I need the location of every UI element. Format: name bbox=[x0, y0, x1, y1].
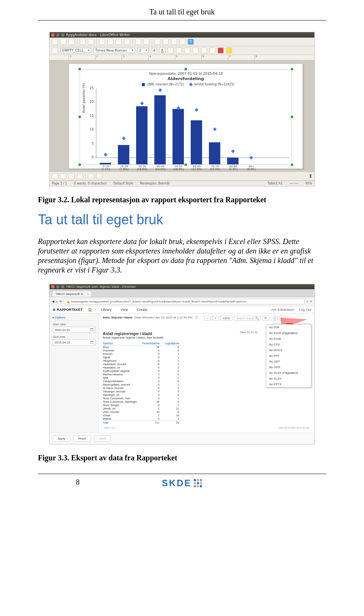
minimize-icon[interactable] bbox=[56, 285, 60, 288]
cut-icon[interactable] bbox=[99, 39, 105, 45]
resize-handle-icon[interactable] bbox=[78, 164, 81, 166]
highlight-icon[interactable] bbox=[226, 47, 232, 54]
slutt-date-input[interactable]: 2015-04-15 🗔 bbox=[53, 339, 96, 345]
export-menu-item[interactable]: As ODT bbox=[266, 359, 311, 364]
url-input[interactable]: 🔒 helseregister.no/rapporteket_prod/flow… bbox=[64, 299, 304, 304]
paste-icon[interactable] bbox=[116, 39, 122, 45]
borders-icon[interactable] bbox=[88, 173, 94, 179]
align-left-icon[interactable] bbox=[168, 47, 174, 54]
close-icon[interactable] bbox=[51, 33, 55, 37]
window-titlebar[interactable]: TIBCO Jaspersoft: Adm. Skjema i kladd - … bbox=[50, 284, 314, 289]
nav-create[interactable]: Create bbox=[137, 308, 147, 312]
export-menu-item[interactable]: As CSV bbox=[266, 342, 311, 347]
export-menu-item[interactable]: As RTF bbox=[266, 353, 311, 359]
resize-handle-icon[interactable] bbox=[78, 68, 81, 70]
minimize-icon[interactable] bbox=[56, 33, 60, 37]
resize-handle-icon[interactable] bbox=[291, 164, 293, 166]
col-legeskjema[interactable]: Legeskjema bbox=[165, 342, 184, 345]
resize-handle-icon[interactable] bbox=[78, 116, 81, 118]
preview-icon[interactable] bbox=[88, 39, 94, 45]
align-center-icon[interactable] bbox=[176, 47, 182, 54]
save-button[interactable]: Save bbox=[94, 435, 111, 442]
nav-fwd-icon[interactable]: ▶ bbox=[56, 300, 58, 303]
export-menu-item[interactable]: As XLSX (Paginated) bbox=[266, 370, 311, 376]
chart-icon[interactable] bbox=[163, 39, 169, 45]
zoom-in-button[interactable]: + bbox=[212, 316, 219, 321]
resize-handle-icon[interactable] bbox=[185, 68, 187, 70]
align-right-icon[interactable] bbox=[184, 47, 190, 54]
merge-icon[interactable] bbox=[69, 173, 75, 179]
search-icon[interactable]: 🔍 bbox=[255, 317, 259, 320]
reset-button[interactable]: Reset bbox=[73, 435, 91, 442]
nav-library[interactable]: Library bbox=[101, 308, 112, 312]
export-menu-item[interactable]: As XLSX bbox=[266, 376, 311, 381]
styles-icon[interactable] bbox=[52, 47, 58, 54]
brush-icon[interactable] bbox=[124, 39, 130, 45]
export-menu-item[interactable]: As PPTX bbox=[266, 381, 311, 387]
underline-icon[interactable]: A bbox=[159, 47, 165, 54]
close-icon[interactable] bbox=[51, 285, 55, 288]
italic-icon[interactable]: A bbox=[151, 47, 157, 54]
nav-home-icon[interactable]: 🏠 bbox=[88, 308, 92, 312]
zoom-level[interactable]: 100% bbox=[220, 316, 232, 321]
font-name-combo[interactable]: Times New Roman bbox=[93, 48, 135, 53]
open-icon[interactable] bbox=[60, 39, 66, 45]
sum-icon[interactable]: Σ bbox=[309, 174, 312, 179]
user-label[interactable]: Are Edvardsen bbox=[271, 308, 294, 312]
font-color-icon[interactable] bbox=[218, 47, 224, 54]
document-canvas[interactable]: Operasjonsdato: 2007-01-02 til 2015-04-1… bbox=[50, 60, 314, 172]
export-menu-item[interactable]: As PDF bbox=[266, 325, 311, 330]
save-icon[interactable] bbox=[69, 39, 75, 45]
calendar-icon[interactable]: 🗔 bbox=[90, 340, 94, 344]
start-date-input[interactable]: 2010-01-01 🗔 bbox=[53, 327, 96, 333]
chart-selection-frame[interactable]: Operasjonsdato: 2007-01-02 til 2015-04-1… bbox=[80, 69, 292, 165]
maximize-icon[interactable] bbox=[61, 33, 64, 37]
options-header[interactable]: ▸ Options bbox=[53, 316, 96, 320]
export-menu-item[interactable]: As ODS bbox=[266, 364, 311, 370]
col-pasientskjema[interactable]: Pasientskjema bbox=[142, 342, 165, 345]
bullets-icon[interactable] bbox=[193, 47, 199, 54]
reload-icon[interactable]: ⟳ bbox=[60, 300, 62, 303]
export-menu-item[interactable]: As Excel (Paginated) bbox=[266, 330, 311, 336]
calendar-icon[interactable]: 🗔 bbox=[90, 328, 94, 332]
menu-icon[interactable]: ≡ bbox=[310, 300, 312, 303]
zoom-out-button[interactable]: − bbox=[204, 316, 211, 321]
bookmark-icon[interactable]: ☆ bbox=[306, 300, 309, 303]
resize-handle-icon[interactable] bbox=[291, 116, 293, 118]
font-size-combo[interactable]: 2 bbox=[137, 48, 149, 53]
bgcolor-icon[interactable] bbox=[96, 173, 102, 179]
zoom-slider[interactable]: ──◦── bbox=[289, 182, 298, 185]
window-titlebar[interactable]: RyggAndeler.docx - LibreOffice Writer bbox=[50, 32, 314, 38]
redo-icon[interactable] bbox=[143, 39, 149, 45]
paragraph-style-combo[interactable]: EMPTY_CELL_ bbox=[60, 48, 91, 53]
table-icon[interactable] bbox=[154, 39, 160, 45]
browser-tab[interactable]: TIBCO Jaspersoft: A × bbox=[52, 291, 92, 297]
print-icon[interactable] bbox=[80, 39, 86, 45]
image-icon[interactable] bbox=[171, 39, 177, 45]
col-sykehus[interactable]: Sykehus bbox=[103, 342, 142, 345]
split-icon[interactable] bbox=[77, 173, 83, 179]
clock-icon[interactable]: 🕐 bbox=[195, 316, 198, 321]
row-icon[interactable] bbox=[52, 173, 58, 179]
search-input[interactable]: search report 🔍 bbox=[234, 316, 260, 321]
undo-icon[interactable] bbox=[135, 39, 141, 45]
copy-icon[interactable] bbox=[107, 39, 113, 45]
refresh-button[interactable]: ⟳ bbox=[262, 316, 269, 321]
resize-handle-icon[interactable] bbox=[291, 68, 293, 70]
indent-icon[interactable] bbox=[209, 47, 215, 54]
maximize-icon[interactable] bbox=[61, 285, 64, 288]
prev-page-button[interactable]: ◁ bbox=[271, 316, 278, 321]
nav-view[interactable]: View bbox=[121, 308, 128, 312]
numbering-icon[interactable] bbox=[201, 47, 207, 54]
tab-close-icon[interactable]: × bbox=[87, 292, 89, 296]
export-menu-item[interactable]: As Excel bbox=[266, 336, 311, 342]
help-icon[interactable]: ? bbox=[188, 39, 194, 45]
nav-back-icon[interactable]: ◀ bbox=[52, 300, 54, 303]
formula-icon[interactable] bbox=[179, 39, 185, 45]
horizontal-ruler[interactable]: 123 456 78 bbox=[50, 55, 314, 60]
col-icon[interactable] bbox=[60, 173, 66, 179]
new-doc-icon[interactable] bbox=[52, 39, 58, 45]
apply-button[interactable]: Apply bbox=[53, 435, 70, 442]
export-menu-item[interactable]: As DOCX bbox=[266, 347, 311, 353]
logout-link[interactable]: Log Out bbox=[299, 308, 311, 312]
